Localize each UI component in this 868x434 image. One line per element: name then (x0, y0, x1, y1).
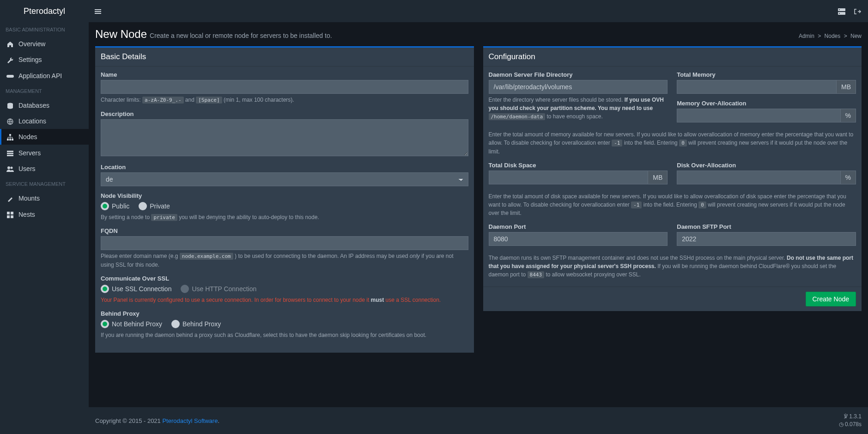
sidebar-item-overview[interactable]: Overview (0, 36, 89, 52)
magic-icon (6, 195, 14, 202)
basic-details-panel: Basic Details Name Character limits: a-z… (95, 46, 474, 353)
memory-label: Total Memory (677, 71, 856, 78)
clock-icon: ◷ (839, 421, 844, 428)
svg-rect-2 (95, 13, 101, 14)
sitemap-icon (6, 133, 14, 141)
create-node-button[interactable]: Create Node (806, 292, 856, 306)
svg-rect-21 (7, 215, 10, 218)
breadcrumb-new: New (850, 33, 862, 39)
sidebar-label: Locations (18, 117, 46, 125)
fqdn-input[interactable] (101, 236, 468, 250)
sftp-port-label: Daemon SFTP Port (677, 223, 856, 230)
sidebar-header: BASIC ADMINISTRATION (0, 22, 89, 36)
disk-over-addon: % (841, 171, 856, 184)
sidebar-label: Application API (18, 72, 62, 79)
panel-title: Basic Details (95, 48, 474, 67)
gamepad-icon (6, 72, 14, 79)
disk-input[interactable] (489, 171, 649, 184)
footer-link[interactable]: Pterodactyl Software (162, 417, 218, 424)
panel-title: Configuration (483, 48, 862, 67)
disk-help: Enter the total amount of disk space ava… (489, 192, 856, 218)
sidebar-item-databases[interactable]: Databases (0, 98, 89, 113)
disk-addon: MB (648, 171, 668, 184)
description-input[interactable] (101, 119, 468, 156)
page-subtitle: Create a new local or remote node for se… (150, 32, 332, 39)
sidebar-item-nodes[interactable]: Nodes (0, 129, 89, 145)
svg-rect-15 (7, 153, 13, 154)
sidebar-label: Nests (18, 211, 35, 218)
name-help: Character limits: a-zA-Z0-9_.- and [Spac… (101, 96, 468, 104)
brand-logo[interactable]: Pterodactyl (0, 0, 89, 22)
proxy-behind-radio[interactable]: Behind Proxy (171, 320, 221, 328)
database-icon (6, 102, 14, 109)
sidebar-item-mounts[interactable]: Mounts (0, 190, 89, 206)
svg-rect-16 (7, 155, 13, 156)
memory-help: Enter the total amount of memory availab… (489, 130, 856, 156)
home-icon (6, 40, 14, 48)
sidebar: BASIC ADMINISTRATION Overview Settings A… (0, 22, 89, 434)
sftp-help: The daemon runs its own SFTP management … (489, 254, 856, 279)
svg-point-17 (7, 166, 10, 169)
users-icon (6, 165, 14, 172)
description-label: Description (101, 110, 468, 117)
sidebar-item-servers[interactable]: Servers (0, 145, 89, 160)
footer: Copyright © 2015 - 2021 Pterodactyl Soft… (89, 407, 868, 434)
memory-addon: MB (837, 80, 856, 94)
proxy-not-behind-radio[interactable]: Not Behind Proxy (101, 320, 162, 328)
ssl-warning: Your Panel is currently configured to us… (101, 296, 468, 304)
render-time: 0.078s (845, 421, 862, 428)
memory-input[interactable] (677, 80, 837, 94)
sidebar-item-nests[interactable]: Nests (0, 206, 89, 222)
visibility-private-radio[interactable]: Private (139, 202, 170, 210)
ssl-use-radio[interactable]: Use SSL Connection (101, 285, 171, 293)
location-select[interactable]: de (101, 172, 468, 186)
breadcrumb-nodes[interactable]: Nodes (825, 33, 841, 39)
sidebar-item-users[interactable]: Users (0, 161, 89, 177)
name-label: Name (101, 71, 468, 78)
sidebar-item-api[interactable]: Application API (0, 68, 89, 84)
sidebar-label: Settings (18, 56, 42, 63)
proxy-help: If you are running the daemon behind a p… (101, 331, 468, 339)
exit-icon[interactable] (854, 7, 861, 15)
breadcrumb-admin[interactable]: Admin (799, 33, 814, 39)
svg-rect-1 (95, 11, 101, 12)
svg-point-5 (839, 9, 840, 10)
svg-rect-20 (11, 212, 13, 214)
sidebar-header: MANAGEMENT (0, 84, 89, 98)
sidebar-item-locations[interactable]: Locations (0, 113, 89, 129)
disk-over-input[interactable] (677, 171, 840, 184)
th-large-icon (6, 210, 14, 218)
proxy-label: Behind Proxy (101, 310, 468, 317)
server-icon (6, 149, 14, 156)
daemon-port-input[interactable] (489, 232, 668, 246)
ssl-http-radio[interactable]: Use HTTP Connection (181, 285, 256, 293)
daemon-dir-input[interactable] (489, 80, 668, 94)
visibility-help: By setting a node to private you will be… (101, 213, 468, 222)
sidebar-label: Databases (18, 102, 49, 109)
version: 1.3.1 (849, 413, 862, 420)
visibility-public-radio[interactable]: Public (101, 202, 129, 210)
disk-over-label: Disk Over-Allocation (677, 162, 856, 169)
svg-rect-12 (9, 139, 11, 141)
svg-rect-0 (95, 9, 101, 10)
svg-rect-14 (7, 151, 13, 152)
ssl-label: Communicate Over SSL (101, 275, 468, 282)
server-icon[interactable] (838, 7, 845, 15)
sftp-port-input[interactable] (677, 232, 856, 246)
sidebar-item-settings[interactable]: Settings (0, 52, 89, 67)
sidebar-toggle[interactable] (89, 7, 107, 15)
svg-rect-11 (7, 139, 9, 141)
svg-rect-7 (6, 75, 14, 78)
memory-over-label: Memory Over-Allocation (677, 100, 856, 107)
fqdn-help: Please enter domain name (e.g node.examp… (101, 252, 468, 269)
disk-label: Total Disk Space (489, 162, 668, 169)
sidebar-label: Overview (18, 40, 45, 48)
svg-point-6 (839, 13, 840, 14)
memory-over-input[interactable] (677, 109, 840, 122)
daemon-dir-help: Enter the directory where server files s… (489, 96, 668, 121)
svg-rect-13 (12, 139, 13, 141)
sidebar-label: Mounts (18, 195, 40, 202)
daemon-port-label: Daemon Port (489, 223, 668, 230)
memory-over-addon: % (841, 109, 856, 122)
name-input[interactable] (101, 80, 468, 94)
